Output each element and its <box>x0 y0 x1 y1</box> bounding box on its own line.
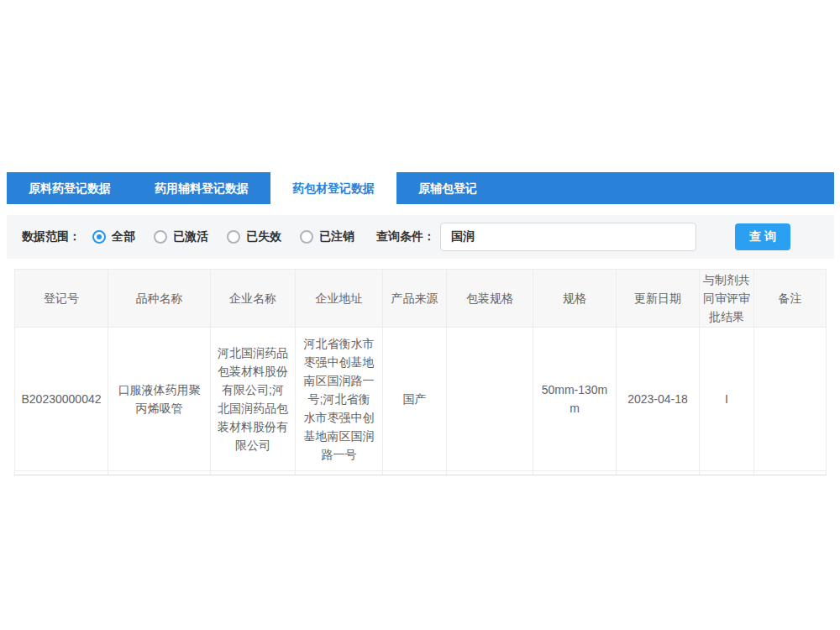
table-header-cell: 企业名称 <box>211 270 296 328</box>
table-footer-cell <box>211 471 296 475</box>
registration-table: 登记号品种名称企业名称企业地址产品来源包装规格规格更新日期与制剂共同审评审批结果… <box>14 269 827 475</box>
table-footer-cell <box>15 471 108 475</box>
table-header-cell: 企业地址 <box>296 270 383 328</box>
table-cell: 50mm-130mm <box>533 328 617 471</box>
page: 原料药登记数据药用辅料登记数据药包材登记数据原辅包登记 数据范围： 全部已激活已… <box>0 0 840 630</box>
table-header-cell: 包装规格 <box>447 270 533 328</box>
scope-label: 数据范围： <box>22 229 81 244</box>
table-cell: 河北国润药品包装材料股份有限公司;河北国润药品包装材料股份有限公司 <box>211 328 296 471</box>
radio-label: 全部 <box>112 229 135 244</box>
table-footer-cell <box>383 471 447 475</box>
query-label: 查询条件： <box>376 229 435 244</box>
filter-bar: 数据范围： 全部已激活已失效已注销 查询条件： 查 询 <box>7 215 834 259</box>
table-header-cell: 更新日期 <box>617 270 700 328</box>
table-header-cell: 与制剂共同审评审批结果 <box>700 270 754 328</box>
search-button[interactable]: 查 询 <box>735 223 790 250</box>
radio-option[interactable]: 已失效 <box>227 229 281 244</box>
table-row: B20230000042口服液体药用聚丙烯吸管河北国润药品包装材料股份有限公司;… <box>15 328 827 471</box>
radio-label: 已激活 <box>173 229 208 244</box>
table-header-cell: 登记号 <box>15 270 108 328</box>
table-header-cell: 产品来源 <box>383 270 447 328</box>
table-header-cell: 品种名称 <box>108 270 211 328</box>
radio-icon[interactable] <box>227 230 240 244</box>
table-cell: B20230000042 <box>15 328 108 471</box>
tab-item[interactable]: 原辅包登记 <box>396 172 499 204</box>
radio-option[interactable]: 已激活 <box>154 229 208 244</box>
table-header-row: 登记号品种名称企业名称企业地址产品来源包装规格规格更新日期与制剂共同审评审批结果… <box>15 270 827 328</box>
radio-option[interactable]: 全部 <box>92 229 135 244</box>
table-footer-cell <box>108 471 211 475</box>
table-footer-cell <box>617 471 700 475</box>
table-footer-cell <box>700 471 754 475</box>
table-footer-cell <box>447 471 533 475</box>
table-cell: 河北省衡水市枣强中创基地南区国润路一号;河北省衡水市枣强中创基地南区国润路一号 <box>296 328 383 471</box>
tab-item[interactable]: 原料药登记数据 <box>7 172 133 204</box>
table-cell: I <box>700 328 754 471</box>
table-header-cell: 备注 <box>754 270 827 328</box>
table-footer-cell <box>296 471 383 475</box>
table-header-cell: 规格 <box>533 270 617 328</box>
radio-option[interactable]: 已注销 <box>300 229 354 244</box>
table-cell <box>447 328 533 471</box>
radio-icon[interactable] <box>92 230 106 244</box>
tab-item[interactable]: 药包材登记数据 <box>270 172 396 204</box>
tab-item[interactable]: 药用辅料登记数据 <box>133 172 270 204</box>
table-cell <box>754 328 827 471</box>
table-cell: 口服液体药用聚丙烯吸管 <box>108 328 211 471</box>
table-footer-row <box>15 471 827 475</box>
table-cell: 2023-04-18 <box>617 328 700 471</box>
radio-label: 已失效 <box>246 229 281 244</box>
radio-icon[interactable] <box>154 230 167 244</box>
radio-label: 已注销 <box>319 229 354 244</box>
tab-bar: 原料药登记数据药用辅料登记数据药包材登记数据原辅包登记 <box>7 172 834 204</box>
query-input[interactable] <box>440 223 696 251</box>
table-footer-cell <box>754 471 827 475</box>
radio-icon[interactable] <box>300 230 313 244</box>
table-footer-cell <box>533 471 617 475</box>
radio-group: 全部已激活已失效已注销 <box>92 229 373 244</box>
table-cell: 国产 <box>383 328 447 471</box>
